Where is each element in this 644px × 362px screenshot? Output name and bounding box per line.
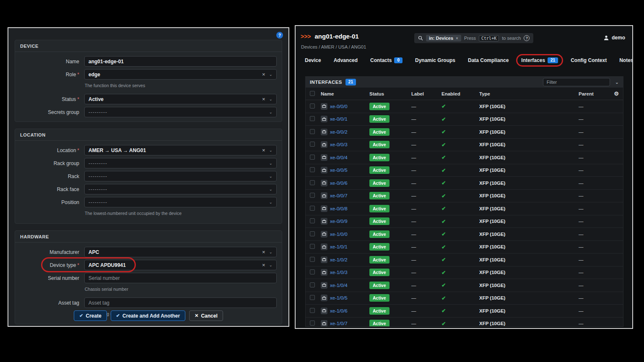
interface-name-link[interactable]: xe-1/0/3: [330, 270, 348, 275]
interface-name-link[interactable]: xe-0/0/2: [330, 129, 348, 134]
row-checkbox[interactable]: [310, 193, 315, 198]
column-header-name[interactable]: Name: [321, 91, 369, 96]
interface-name-link[interactable]: xe-1/0/2: [330, 257, 348, 262]
interface-name-link[interactable]: xe-1/0/0: [330, 232, 348, 237]
clear-icon[interactable]: ×: [262, 262, 265, 268]
user-menu[interactable]: demo: [603, 35, 625, 41]
parent-cell: —: [579, 181, 610, 186]
name-input[interactable]: [84, 56, 277, 67]
column-header-parent[interactable]: Parent: [579, 91, 610, 96]
row-checkbox[interactable]: [310, 295, 315, 300]
user-icon: [603, 35, 609, 41]
row-checkbox[interactable]: [310, 155, 315, 160]
clear-icon[interactable]: ×: [262, 147, 265, 153]
tab-contacts[interactable]: Contacts 0: [370, 57, 402, 63]
row-checkbox[interactable]: [310, 206, 315, 211]
tab-label: Dynamic Groups: [415, 57, 455, 63]
tab-advanced[interactable]: Advanced: [334, 57, 358, 63]
row-checkbox[interactable]: [310, 116, 315, 121]
device-type-select[interactable]: APC APDU9941 × ⌄: [84, 260, 277, 270]
cancel-button[interactable]: ✕ Cancel: [189, 310, 223, 321]
interface-name-link[interactable]: xe-0/0/0: [330, 104, 348, 109]
required-marker: *: [77, 262, 79, 268]
enabled-check-icon: ✔: [441, 321, 446, 327]
tab-bar: Device Advanced Contacts 0 Dynamic Group…: [296, 54, 632, 67]
position-select[interactable]: --------- ⌄: [84, 197, 277, 207]
type-cell: XFP (10GE): [479, 168, 579, 173]
status-badge: Active: [369, 282, 390, 289]
interface-name-link[interactable]: xe-1/0/6: [330, 308, 348, 313]
row-checkbox[interactable]: [310, 180, 315, 185]
tab-config-context[interactable]: Config Context: [571, 57, 607, 63]
interface-name-link[interactable]: xe-0/0/8: [330, 206, 348, 211]
search-scope-chip[interactable]: in: Devices ×: [426, 35, 461, 41]
row-checkbox[interactable]: [310, 321, 315, 326]
parent-cell: —: [579, 142, 610, 147]
interface-name-link[interactable]: xe-0/0/3: [330, 142, 348, 147]
filter-chevron-down-icon[interactable]: ⌄: [615, 80, 619, 85]
column-header-status[interactable]: Status: [369, 91, 411, 96]
row-checkbox[interactable]: [310, 244, 315, 249]
role-select[interactable]: edge × ⌄: [84, 69, 277, 80]
status-select[interactable]: Active × ⌄: [84, 94, 277, 104]
column-header-enabled[interactable]: Enabled: [441, 91, 479, 96]
tab-dynamic-groups[interactable]: Dynamic Groups: [415, 57, 455, 63]
clear-icon[interactable]: ×: [262, 72, 265, 77]
table-config-gear-icon[interactable]: ⚙: [614, 90, 619, 97]
remove-scope-icon[interactable]: ×: [456, 36, 458, 41]
rack-group-select[interactable]: --------- ⌄: [84, 158, 277, 168]
create-and-add-another-button[interactable]: ✔ Create and Add Another: [111, 310, 185, 321]
interface-name-link[interactable]: xe-0/0/4: [330, 155, 348, 160]
search-help-icon[interactable]: ?: [524, 35, 530, 41]
row-checkbox[interactable]: [310, 308, 315, 313]
row-checkbox[interactable]: [310, 231, 315, 236]
row-checkbox[interactable]: [310, 103, 315, 109]
help-icon[interactable]: ?: [276, 32, 283, 39]
tab-label: Notes: [619, 57, 633, 63]
tab-data-compliance[interactable]: Data Compliance: [468, 57, 509, 63]
label-cell: —: [411, 129, 441, 134]
select-all-checkbox[interactable]: [310, 91, 315, 96]
row-checkbox[interactable]: [310, 142, 315, 147]
interface-name-link[interactable]: xe-0/0/7: [330, 193, 348, 198]
location-select[interactable]: AMER → USA → ANG01 × ⌄: [84, 145, 277, 155]
interface-name-link[interactable]: xe-1/0/7: [330, 321, 348, 326]
interface-name-link[interactable]: xe-0/0/6: [330, 181, 348, 186]
row-checkbox[interactable]: [310, 269, 315, 274]
rack-face-select[interactable]: --------- ⌄: [84, 184, 277, 194]
asset-tag-input[interactable]: [84, 297, 277, 308]
column-header-type[interactable]: Type: [479, 91, 579, 96]
secrets-group-select[interactable]: --------- ⌄: [84, 107, 277, 117]
type-cell: XFP (10GE): [479, 295, 579, 300]
interface-name-link[interactable]: xe-1/0/5: [330, 295, 348, 300]
row-checkbox[interactable]: [310, 167, 315, 172]
rack-select[interactable]: --------- ⌄: [84, 171, 277, 181]
interface-name-link[interactable]: xe-0/0/1: [330, 116, 348, 122]
enabled-check-icon: ✔: [441, 206, 446, 212]
interface-name-link[interactable]: xe-0/0/9: [330, 219, 348, 224]
enabled-check-icon: ✔: [441, 142, 446, 148]
manufacturer-select[interactable]: APC × ⌄: [84, 247, 277, 257]
row-checkbox[interactable]: [310, 218, 315, 223]
row-checkbox[interactable]: [310, 257, 315, 262]
create-button[interactable]: ✔ Create: [74, 310, 107, 321]
clear-icon[interactable]: ×: [262, 249, 265, 255]
tab-interfaces[interactable]: Interfaces 21: [521, 57, 558, 63]
chevron-down-icon: ⌄: [269, 72, 273, 77]
required-marker: *: [77, 72, 79, 78]
row-checkbox[interactable]: [310, 129, 315, 134]
filter-input[interactable]: [543, 78, 610, 86]
interface-name-link[interactable]: xe-0/0/5: [330, 168, 348, 173]
interface-name-link[interactable]: xe-1/0/4: [330, 283, 348, 288]
global-search[interactable]: in: Devices × Press Ctrl+K to search ?: [414, 33, 533, 43]
column-header-label[interactable]: Label: [411, 91, 441, 96]
interface-name-link[interactable]: xe-1/0/1: [330, 244, 348, 249]
tab-device[interactable]: Device: [305, 57, 321, 63]
clear-icon[interactable]: ×: [262, 96, 265, 102]
breadcrumb[interactable]: Devices / AMER / USA / ANG01: [301, 44, 366, 49]
tab-label: Device: [305, 57, 321, 63]
label-cell: —: [411, 155, 441, 160]
serial-number-input[interactable]: [84, 273, 277, 283]
tab-notes[interactable]: Notes 0: [619, 57, 633, 63]
row-checkbox[interactable]: [310, 282, 315, 287]
